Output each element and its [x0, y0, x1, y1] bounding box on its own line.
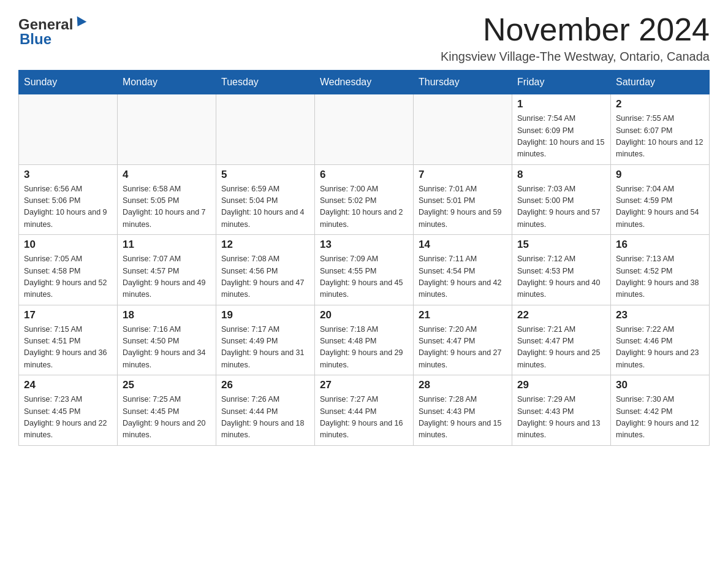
day-info: Sunrise: 7:15 AMSunset: 4:51 PMDaylight:… — [24, 324, 112, 372]
day-info: Sunrise: 7:05 AMSunset: 4:58 PMDaylight:… — [24, 253, 112, 301]
day-info: Sunrise: 6:56 AMSunset: 5:06 PMDaylight:… — [24, 183, 112, 231]
calendar-cell — [315, 94, 414, 165]
calendar-cell: 2Sunrise: 7:55 AMSunset: 6:07 PMDaylight… — [611, 94, 710, 165]
weekday-header-wednesday: Wednesday — [315, 71, 414, 94]
day-number: 16 — [616, 239, 704, 251]
day-number: 24 — [24, 379, 112, 391]
weekday-header-thursday: Thursday — [414, 71, 512, 94]
day-info: Sunrise: 7:26 AMSunset: 4:44 PMDaylight:… — [221, 394, 309, 442]
day-number: 12 — [221, 239, 309, 251]
calendar-cell: 18Sunrise: 7:16 AMSunset: 4:50 PMDayligh… — [118, 305, 216, 375]
day-info: Sunrise: 7:00 AMSunset: 5:02 PMDaylight:… — [320, 183, 408, 231]
calendar-cell: 5Sunrise: 6:59 AMSunset: 5:04 PMDaylight… — [216, 164, 315, 235]
day-number: 15 — [517, 239, 605, 251]
day-info: Sunrise: 6:59 AMSunset: 5:04 PMDaylight:… — [221, 183, 309, 231]
day-number: 17 — [24, 309, 112, 321]
calendar-week-row: 3Sunrise: 6:56 AMSunset: 5:06 PMDaylight… — [19, 164, 710, 235]
day-number: 4 — [123, 169, 211, 181]
day-info: Sunrise: 7:18 AMSunset: 4:48 PMDaylight:… — [320, 324, 408, 372]
day-info: Sunrise: 7:22 AMSunset: 4:46 PMDaylight:… — [616, 324, 704, 372]
day-number: 5 — [221, 169, 309, 181]
day-number: 2 — [616, 98, 704, 110]
day-info: Sunrise: 7:30 AMSunset: 4:42 PMDaylight:… — [616, 394, 704, 442]
logo-blue-text: Blue — [20, 31, 51, 48]
day-info: Sunrise: 7:16 AMSunset: 4:50 PMDaylight:… — [123, 324, 211, 372]
calendar-cell: 26Sunrise: 7:26 AMSunset: 4:44 PMDayligh… — [216, 375, 315, 446]
day-number: 9 — [616, 169, 704, 181]
calendar-cell: 8Sunrise: 7:03 AMSunset: 5:00 PMDaylight… — [512, 164, 611, 235]
calendar-cell: 22Sunrise: 7:21 AMSunset: 4:47 PMDayligh… — [512, 305, 611, 375]
day-info: Sunrise: 7:09 AMSunset: 4:55 PMDaylight:… — [320, 253, 408, 301]
day-info: Sunrise: 7:21 AMSunset: 4:47 PMDaylight:… — [517, 324, 605, 372]
weekday-header-tuesday: Tuesday — [216, 71, 315, 94]
calendar-cell: 3Sunrise: 6:56 AMSunset: 5:06 PMDaylight… — [19, 164, 118, 235]
calendar-cell: 7Sunrise: 7:01 AMSunset: 5:01 PMDaylight… — [414, 164, 512, 235]
calendar-cell: 15Sunrise: 7:12 AMSunset: 4:53 PMDayligh… — [512, 235, 611, 305]
calendar-cell: 28Sunrise: 7:28 AMSunset: 4:43 PMDayligh… — [414, 375, 512, 446]
calendar-cell: 30Sunrise: 7:30 AMSunset: 4:42 PMDayligh… — [611, 375, 710, 446]
calendar-cell: 20Sunrise: 7:18 AMSunset: 4:48 PMDayligh… — [315, 305, 414, 375]
day-info: Sunrise: 7:12 AMSunset: 4:53 PMDaylight:… — [517, 253, 605, 301]
calendar-cell: 29Sunrise: 7:29 AMSunset: 4:43 PMDayligh… — [512, 375, 611, 446]
logo-triangle-icon — [73, 16, 87, 29]
calendar-cell: 17Sunrise: 7:15 AMSunset: 4:51 PMDayligh… — [19, 305, 118, 375]
calendar-cell: 23Sunrise: 7:22 AMSunset: 4:46 PMDayligh… — [611, 305, 710, 375]
page-title: November 2024 — [441, 12, 710, 47]
calendar-cell: 9Sunrise: 7:04 AMSunset: 4:59 PMDaylight… — [611, 164, 710, 235]
weekday-header-friday: Friday — [512, 71, 611, 94]
calendar-cell: 21Sunrise: 7:20 AMSunset: 4:47 PMDayligh… — [414, 305, 512, 375]
weekday-header-saturday: Saturday — [611, 71, 710, 94]
day-number: 29 — [517, 379, 605, 391]
page-subtitle: Kingsview Village-The Westway, Ontario, … — [441, 50, 710, 64]
day-info: Sunrise: 7:20 AMSunset: 4:47 PMDaylight:… — [419, 324, 507, 372]
day-info: Sunrise: 7:13 AMSunset: 4:52 PMDaylight:… — [616, 253, 704, 301]
calendar-cell: 13Sunrise: 7:09 AMSunset: 4:55 PMDayligh… — [315, 235, 414, 305]
day-number: 26 — [221, 379, 309, 391]
day-number: 30 — [616, 379, 704, 391]
day-number: 1 — [517, 98, 605, 110]
calendar-cell: 19Sunrise: 7:17 AMSunset: 4:49 PMDayligh… — [216, 305, 315, 375]
day-number: 8 — [517, 169, 605, 181]
calendar-week-row: 24Sunrise: 7:23 AMSunset: 4:45 PMDayligh… — [19, 375, 710, 446]
calendar-cell: 4Sunrise: 6:58 AMSunset: 5:05 PMDaylight… — [118, 164, 216, 235]
day-number: 14 — [419, 239, 507, 251]
day-info: Sunrise: 7:23 AMSunset: 4:45 PMDaylight:… — [24, 394, 112, 442]
day-number: 3 — [24, 169, 112, 181]
day-number: 25 — [123, 379, 211, 391]
day-number: 7 — [419, 169, 507, 181]
day-number: 27 — [320, 379, 408, 391]
title-block: November 2024 Kingsview Village-The West… — [441, 12, 710, 64]
day-info: Sunrise: 7:07 AMSunset: 4:57 PMDaylight:… — [123, 253, 211, 301]
logo: General Blue — [18, 12, 85, 48]
day-number: 13 — [320, 239, 408, 251]
day-info: Sunrise: 7:55 AMSunset: 6:07 PMDaylight:… — [616, 113, 704, 161]
calendar-cell: 11Sunrise: 7:07 AMSunset: 4:57 PMDayligh… — [118, 235, 216, 305]
calendar-week-row: 1Sunrise: 7:54 AMSunset: 6:09 PMDaylight… — [19, 94, 710, 165]
day-number: 22 — [517, 309, 605, 321]
day-info: Sunrise: 7:03 AMSunset: 5:00 PMDaylight:… — [517, 183, 605, 231]
day-info: Sunrise: 7:17 AMSunset: 4:49 PMDaylight:… — [221, 324, 309, 372]
calendar-cell — [216, 94, 315, 165]
calendar-cell — [19, 94, 118, 165]
calendar-cell: 14Sunrise: 7:11 AMSunset: 4:54 PMDayligh… — [414, 235, 512, 305]
calendar-cell: 27Sunrise: 7:27 AMSunset: 4:44 PMDayligh… — [315, 375, 414, 446]
calendar-cell: 1Sunrise: 7:54 AMSunset: 6:09 PMDaylight… — [512, 94, 611, 165]
calendar-week-row: 10Sunrise: 7:05 AMSunset: 4:58 PMDayligh… — [19, 235, 710, 305]
day-info: Sunrise: 7:27 AMSunset: 4:44 PMDaylight:… — [320, 394, 408, 442]
day-number: 10 — [24, 239, 112, 251]
calendar-cell: 6Sunrise: 7:00 AMSunset: 5:02 PMDaylight… — [315, 164, 414, 235]
calendar-cell: 24Sunrise: 7:23 AMSunset: 4:45 PMDayligh… — [19, 375, 118, 446]
day-info: Sunrise: 7:11 AMSunset: 4:54 PMDaylight:… — [419, 253, 507, 301]
weekday-header-monday: Monday — [118, 71, 216, 94]
day-info: Sunrise: 7:25 AMSunset: 4:45 PMDaylight:… — [123, 394, 211, 442]
day-number: 11 — [123, 239, 211, 251]
day-number: 18 — [123, 309, 211, 321]
day-number: 23 — [616, 309, 704, 321]
day-info: Sunrise: 7:08 AMSunset: 4:56 PMDaylight:… — [221, 253, 309, 301]
day-info: Sunrise: 6:58 AMSunset: 5:05 PMDaylight:… — [123, 183, 211, 231]
day-number: 19 — [221, 309, 309, 321]
day-number: 6 — [320, 169, 408, 181]
calendar-cell: 10Sunrise: 7:05 AMSunset: 4:58 PMDayligh… — [19, 235, 118, 305]
day-info: Sunrise: 7:01 AMSunset: 5:01 PMDaylight:… — [419, 183, 507, 231]
calendar-cell: 16Sunrise: 7:13 AMSunset: 4:52 PMDayligh… — [611, 235, 710, 305]
